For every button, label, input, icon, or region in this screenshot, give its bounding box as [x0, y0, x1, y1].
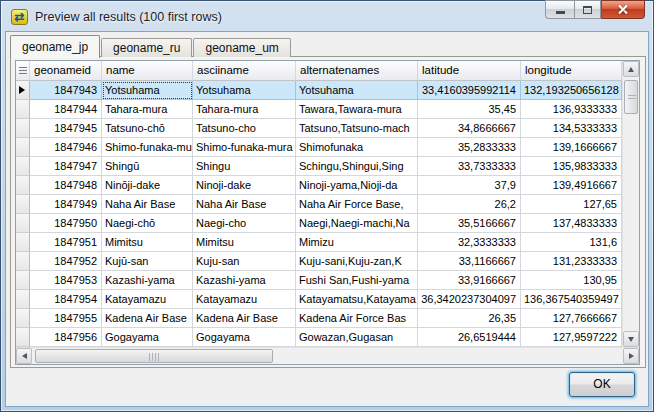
cell-alternatenames[interactable]: Schingu,Shingui,Sing [296, 157, 418, 176]
vertical-scroll-thumb[interactable] [624, 80, 638, 114]
cell-geonameid[interactable]: 1847949 [30, 195, 102, 214]
horizontal-scroll-thumb[interactable] [35, 349, 273, 363]
cell-alternatenames[interactable]: Kuju-sani,Kuju-zan,K [296, 252, 418, 271]
row-selector[interactable] [16, 138, 30, 157]
cell-asciiname[interactable]: Yotsuhama [193, 81, 296, 100]
table-row[interactable]: 1847951MimitsuMimitsuMimizu32,3333333131… [16, 233, 622, 252]
cell-geonameid[interactable]: 1847946 [30, 138, 102, 157]
row-selector[interactable] [16, 214, 30, 233]
cell-longitude[interactable]: 139,1666667 [521, 138, 622, 157]
tab-geoname_um[interactable]: geoname_um [193, 38, 290, 57]
cell-name[interactable]: Naegi-chō [102, 214, 193, 233]
cell-asciiname[interactable]: Naha Air Base [193, 195, 296, 214]
scroll-right-button[interactable] [623, 348, 639, 364]
cell-asciiname[interactable]: Shimo-funaka-mura [193, 138, 296, 157]
cell-asciiname[interactable]: Gogayama [193, 328, 296, 347]
cell-alternatenames[interactable]: Kadena Air Force Bas [296, 309, 418, 328]
row-selector[interactable] [16, 252, 30, 271]
row-selector[interactable] [16, 309, 30, 328]
table-row[interactable]: 1847954KatayamazuKatayamazuKatayamatsu,K… [16, 290, 622, 309]
cell-alternatenames[interactable]: Naegi,Naegi-machi,Na [296, 214, 418, 233]
cell-longitude[interactable]: 139,4916667 [521, 176, 622, 195]
row-selector-current[interactable] [16, 81, 30, 100]
table-row[interactable]: 1847944Tahara-muraTahara-muraTawara,Tawa… [16, 100, 622, 119]
column-header-geonameid[interactable]: geonameid [30, 61, 102, 81]
cell-name[interactable]: Naha Air Base [102, 195, 193, 214]
vertical-scrollbar[interactable] [622, 61, 639, 347]
cell-latitude[interactable]: 34,8666667 [418, 119, 521, 138]
cell-latitude[interactable]: 37,9 [418, 176, 521, 195]
table-row[interactable]: 1847950Naegi-chōNaegi-choNaegi,Naegi-mac… [16, 214, 622, 233]
cell-longitude[interactable]: 130,95 [521, 271, 622, 290]
cell-longitude[interactable]: 131,6 [521, 233, 622, 252]
cell-name[interactable]: Tahara-mura [102, 100, 193, 119]
row-selector[interactable] [16, 157, 30, 176]
cell-asciiname[interactable]: Tahara-mura [193, 100, 296, 119]
cell-latitude[interactable]: 35,5166667 [418, 214, 521, 233]
table-row[interactable]: 1847948Ninōji-dakeNinoji-dakeNinoji-yama… [16, 176, 622, 195]
select-all-corner[interactable] [16, 61, 30, 81]
cell-alternatenames[interactable]: Katayamatsu,Katayama [296, 290, 418, 309]
cell-geonameid[interactable]: 1847952 [30, 252, 102, 271]
cell-asciiname[interactable]: Kadena Air Base [193, 309, 296, 328]
cell-geonameid[interactable]: 1847954 [30, 290, 102, 309]
row-selector[interactable] [16, 195, 30, 214]
scroll-down-button[interactable] [623, 331, 639, 347]
cell-latitude[interactable]: 36,3420237304097 [418, 290, 521, 309]
cell-longitude[interactable]: 135,9833333 [521, 157, 622, 176]
row-selector[interactable] [16, 119, 30, 138]
cell-geonameid[interactable]: 1847951 [30, 233, 102, 252]
close-button[interactable] [601, 0, 645, 19]
row-selector[interactable] [16, 233, 30, 252]
table-row[interactable]: 1847956GogayamaGogayamaGowazan,Gugasan26… [16, 328, 622, 347]
row-selector[interactable] [16, 328, 30, 347]
cell-alternatenames[interactable]: Yotsuhama [296, 81, 418, 100]
cell-longitude[interactable]: 127,9597222 [521, 328, 622, 347]
column-header-alternatenames[interactable]: alternatenames [296, 61, 418, 81]
cell-latitude[interactable]: 33,1166667 [418, 252, 521, 271]
cell-latitude[interactable]: 26,2 [418, 195, 521, 214]
cell-longitude[interactable]: 136,9333333 [521, 100, 622, 119]
cell-name[interactable]: Tatsuno-chō [102, 119, 193, 138]
cell-latitude[interactable]: 33,9166667 [418, 271, 521, 290]
cell-asciiname[interactable]: Naegi-cho [193, 214, 296, 233]
cell-latitude[interactable]: 32,3333333 [418, 233, 521, 252]
cell-geonameid[interactable]: 1847955 [30, 309, 102, 328]
cell-latitude[interactable]: 35,45 [418, 100, 521, 119]
cell-name[interactable]: Ninōji-dake [102, 176, 193, 195]
cell-alternatenames[interactable]: Naha Air Force Base, [296, 195, 418, 214]
cell-alternatenames[interactable]: Gowazan,Gugasan [296, 328, 418, 347]
cell-geonameid[interactable]: 1847948 [30, 176, 102, 195]
cell-longitude[interactable]: 132,193250656128 [521, 81, 622, 100]
column-header-asciiname[interactable]: asciiname [193, 61, 296, 81]
scroll-up-button[interactable] [623, 61, 639, 77]
column-header-latitude[interactable]: latitude [418, 61, 521, 81]
horizontal-scrollbar[interactable] [16, 347, 639, 364]
cell-latitude[interactable]: 26,35 [418, 309, 521, 328]
cell-name[interactable]: Gogayama [102, 328, 193, 347]
cell-latitude[interactable]: 33,7333333 [418, 157, 521, 176]
cell-asciiname[interactable]: Kuju-san [193, 252, 296, 271]
cell-name[interactable]: Mimitsu [102, 233, 193, 252]
cell-longitude[interactable]: 127,7666667 [521, 309, 622, 328]
cell-geonameid[interactable]: 1847953 [30, 271, 102, 290]
cell-geonameid[interactable]: 1847943 [30, 81, 102, 100]
row-selector[interactable] [16, 290, 30, 309]
cell-name[interactable]: Shingū [102, 157, 193, 176]
cell-asciiname[interactable]: Shingu [193, 157, 296, 176]
cell-longitude[interactable]: 127,65 [521, 195, 622, 214]
scroll-left-button[interactable] [16, 348, 32, 364]
cell-alternatenames[interactable]: Tatsuno,Tatsuno-mach [296, 119, 418, 138]
table-row[interactable]: 1847952Kujū-sanKuju-sanKuju-sani,Kuju-za… [16, 252, 622, 271]
row-selector[interactable] [16, 176, 30, 195]
cell-name[interactable]: Kadena Air Base [102, 309, 193, 328]
cell-asciiname[interactable]: Tatsuno-cho [193, 119, 296, 138]
cell-geonameid[interactable]: 1847945 [30, 119, 102, 138]
cell-geonameid[interactable]: 1847950 [30, 214, 102, 233]
cell-geonameid[interactable]: 1847956 [30, 328, 102, 347]
cell-name[interactable]: Yotsuhama [102, 81, 193, 100]
cell-asciiname[interactable]: Katayamazu [193, 290, 296, 309]
column-header-name[interactable]: name [102, 61, 193, 81]
table-row[interactable]: 1847945Tatsuno-chōTatsuno-choTatsuno,Tat… [16, 119, 622, 138]
cell-longitude[interactable]: 137,4833333 [521, 214, 622, 233]
